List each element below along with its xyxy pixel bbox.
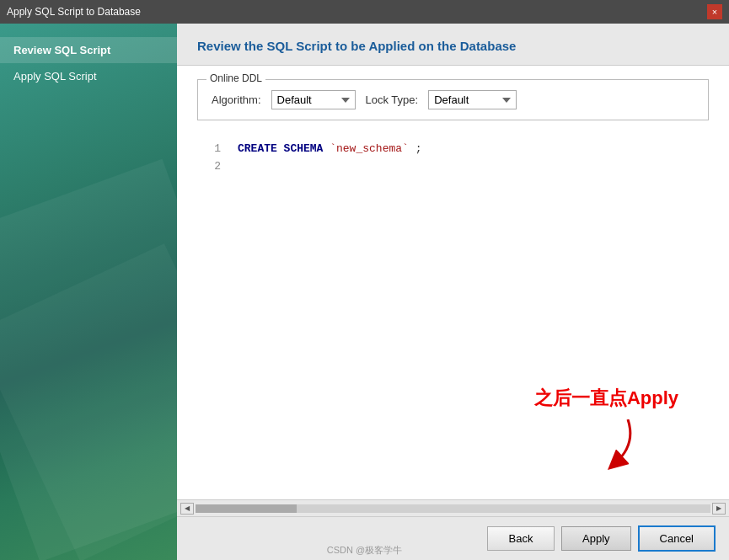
content-header: Review the SQL Script to be Applied on t… — [177, 24, 729, 66]
back-button[interactable]: Back — [487, 526, 555, 551]
line-number-2: 2 — [204, 158, 221, 176]
lock-type-select[interactable]: Default NONE SHARED EXCLUSIVE — [428, 90, 517, 109]
sidebar-item-label: Apply SQL Script — [13, 70, 97, 83]
window-title: Apply SQL Script to Database — [7, 6, 141, 18]
content-area: Review the SQL Script to be Applied on t… — [177, 24, 729, 560]
bottom-bar: Back Apply Cancel — [177, 516, 729, 560]
line-content-1: CREATE SCHEMA `new_schema` ; — [238, 141, 421, 158]
page-title: Review the SQL Script to be Applied on t… — [197, 39, 709, 53]
ddl-row: Algorithm: Default INPLACE COPY Lock Typ… — [212, 90, 694, 109]
scroll-right-button[interactable]: ▶ — [712, 503, 726, 515]
sql-line-2: 2 — [204, 158, 702, 176]
algorithm-label: Algorithm: — [212, 93, 261, 106]
algorithm-select[interactable]: Default INPLACE COPY — [271, 90, 356, 109]
main-layout: Review SQL Script Apply SQL Script Revie… — [0, 24, 729, 560]
sql-line-1: 1 CREATE SCHEMA `new_schema` ; — [204, 141, 702, 158]
line-number-1: 1 — [204, 141, 221, 158]
sql-schema-name: `new_schema` — [330, 142, 409, 155]
sidebar-item-apply-sql-script[interactable]: Apply SQL Script — [0, 63, 177, 89]
content-body: Online DDL Algorithm: Default INPLACE CO… — [177, 66, 729, 499]
apply-button[interactable]: Apply — [561, 526, 631, 551]
scroll-track — [196, 504, 710, 513]
close-button[interactable]: × — [707, 4, 722, 19]
title-bar: Apply SQL Script to Database × — [0, 0, 729, 24]
sidebar-item-label: Review SQL Script — [13, 44, 110, 56]
sql-editor: 1 CREATE SCHEMA `new_schema` ; 2 — [197, 134, 709, 302]
scroll-left-button[interactable]: ◀ — [180, 503, 194, 515]
sql-keyword-create: CREATE SCHEMA — [238, 142, 330, 155]
ddl-section: Online DDL Algorithm: Default INPLACE CO… — [197, 79, 709, 120]
horizontal-scrollbar: ◀ ▶ — [177, 499, 729, 516]
lock-type-label: Lock Type: — [366, 93, 419, 106]
sidebar: Review SQL Script Apply SQL Script — [0, 24, 177, 560]
annotation-arrow — [577, 419, 645, 472]
sidebar-item-review-sql-script[interactable]: Review SQL Script — [0, 37, 177, 63]
scroll-thumb — [196, 504, 297, 513]
cancel-button[interactable]: Cancel — [638, 525, 716, 552]
sql-semicolon: ; — [409, 142, 422, 155]
ddl-legend: Online DDL — [206, 72, 265, 84]
annotation-text: 之后一直点Apply — [534, 386, 678, 411]
